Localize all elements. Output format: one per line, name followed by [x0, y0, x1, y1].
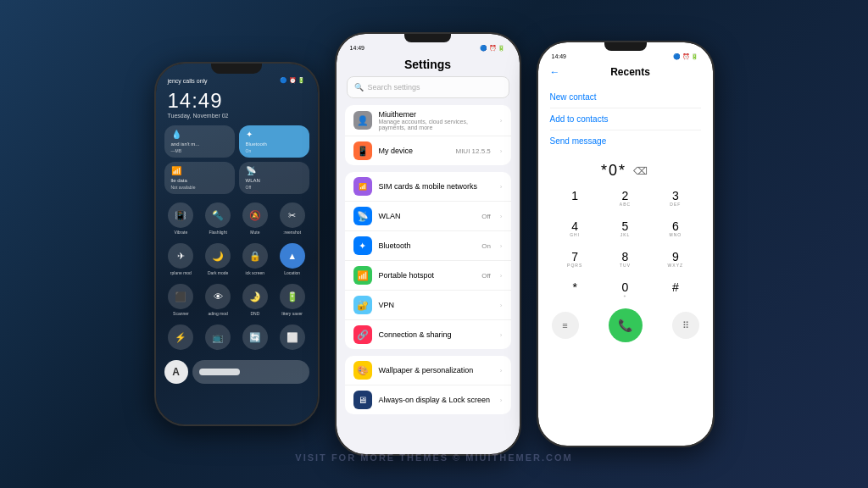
settings-group-network: 📶 SIM cards & mobile networks › 📡 WLAN O… — [345, 172, 511, 349]
status-icons: 🔵 ⏰ 🔋 — [480, 45, 506, 52]
icon-vibrate[interactable]: 📳 Vibrate — [164, 202, 198, 235]
settings-row-vpn[interactable]: 🔐 VPN › — [345, 291, 511, 320]
settings-row-sim[interactable]: 📶 SIM cards & mobile networks › — [345, 172, 511, 202]
icon-rotate[interactable]: 🔄 — [238, 324, 272, 352]
mydevice-text: My device — [379, 147, 449, 155]
icon-battery-saver[interactable]: 🔋 Ittery saver — [275, 284, 309, 316]
dialpad-toggle[interactable]: ⠿ — [672, 312, 699, 339]
menu-button[interactable]: ≡ — [552, 312, 579, 339]
settings-row-aod[interactable]: 🖥 Always-on display & Lock screen › — [345, 385, 511, 414]
key-6[interactable]: 6 MNO — [652, 215, 698, 242]
mydevice-label: My device — [379, 147, 449, 155]
connection-text: Connection & sharing — [379, 330, 493, 339]
search-bar[interactable]: 🔍 Search settings — [347, 76, 509, 98]
recent-add-contact[interactable]: Add to contacts — [550, 108, 701, 130]
icon-flashlight[interactable]: 🔦 Flashlight — [201, 202, 235, 235]
key-5[interactable]: 5 JKL — [602, 215, 648, 242]
icon-mute[interactable]: 🔕 Mute — [238, 202, 272, 235]
miuithemer-icon: 👤 — [353, 111, 372, 130]
avatar-button[interactable]: A — [164, 360, 188, 384]
chevron-icon: › — [500, 147, 503, 155]
icon-reading[interactable]: 👁 ading mod — [201, 284, 235, 316]
scanner-icon: ⬛ — [168, 284, 193, 309]
settings-row-hotspot[interactable]: 📶 Portable hotspot Off › — [345, 261, 511, 291]
chevron-icon: › — [500, 183, 503, 191]
miuithemer-text: Miuithemer Manage accounts, cloud servic… — [379, 110, 493, 130]
status-time: 14:49 — [552, 53, 567, 60]
back-button[interactable]: ← — [550, 66, 560, 78]
key-7[interactable]: 7 PQRS — [552, 246, 598, 273]
phone-settings: 14:49 🔵 ⏰ 🔋 Settings 🔍 Search settings 👤… — [335, 32, 521, 456]
wallpaper-icon: 🎨 — [353, 361, 372, 380]
vpn-label: VPN — [379, 301, 493, 309]
icon-grid-row4: ⚡ 📺 🔄 ⬜ — [156, 321, 318, 355]
key-hash[interactable]: # — [652, 276, 698, 303]
icon-flash[interactable]: ⚡ — [164, 324, 198, 352]
hotspot-icon: 📶 — [353, 266, 372, 285]
icon-grid-row3: ⬛ Scanner 👁 ading mod 🌛 DND 🔋 Ittery sav… — [156, 280, 318, 319]
call-button[interactable]: 📞 — [609, 308, 643, 342]
icon-extra[interactable]: ⬜ — [275, 324, 309, 352]
search-icon: 🔍 — [354, 83, 364, 92]
settings-row-mydevice[interactable]: 📱 My device MIUI 12.5.5 › — [345, 136, 511, 165]
tile-mobile-data[interactable]: 📶 lle data Not available — [164, 162, 235, 194]
mobile-data-icon: 📶 — [171, 166, 228, 175]
icon-scanner[interactable]: ⬛ Scanner — [164, 284, 198, 316]
icon-cast[interactable]: 📺 — [201, 324, 235, 352]
settings-row-bluetooth[interactable]: ✦ Bluetooth On › — [345, 231, 511, 261]
status-left: jency calls only — [168, 78, 208, 84]
screenshot-icon: ✂ — [280, 202, 305, 228]
cast-icon: 📺 — [205, 324, 231, 350]
location-icon: ▲ — [280, 243, 305, 269]
sim-text: SIM cards & mobile networks — [379, 182, 493, 191]
date: Tuesday, November 02 — [168, 113, 306, 119]
icon-lock-screen[interactable]: 🔒 ick screen — [238, 243, 272, 275]
key-3[interactable]: 3 DEF — [652, 185, 698, 212]
bluetooth-label: Bluetooth — [379, 241, 476, 250]
mute-icon: 🔕 — [242, 202, 268, 228]
bluetooth-settings-icon: ✦ — [353, 236, 372, 255]
recent-send-message[interactable]: Send message — [550, 130, 701, 152]
wallpaper-text: Wallpaper & personalization — [379, 366, 493, 374]
icon-dark-mode[interactable]: 🌙 Dark mode — [201, 243, 235, 275]
chevron-icon: › — [500, 213, 503, 220]
status-bar: 14:49 🔵 ⏰ 🔋 — [538, 51, 713, 63]
tile-mobile-sub: Not available — [171, 185, 228, 190]
tile-data-label: and isn't m... — [171, 141, 228, 147]
key-2[interactable]: 2 ABC — [602, 185, 648, 212]
dialer-screen: 14:49 🔵 ⏰ 🔋 ← Recents New contact Add to… — [538, 42, 713, 446]
dialer-input: *0* ⌫ — [538, 155, 713, 185]
dialer-number: *0* — [601, 162, 626, 180]
brightness-slider[interactable] — [192, 360, 309, 384]
tile-bluetooth[interactable]: ✦ Bluetooth On — [239, 125, 309, 158]
key-1[interactable]: 1 — [552, 185, 598, 212]
backspace-button[interactable]: ⌫ — [633, 165, 649, 177]
settings-group-appearance: 🎨 Wallpaper & personalization › 🖥 Always… — [345, 356, 511, 414]
settings-row-wallpaper[interactable]: 🎨 Wallpaper & personalization › — [345, 356, 511, 385]
icon-dnd[interactable]: 🌛 DND — [238, 284, 272, 316]
settings-row-connection[interactable]: 🔗 Connection & sharing › — [345, 320, 511, 349]
chevron-icon: › — [500, 367, 503, 374]
tile-data[interactable]: 💧 and isn't m... —MB — [164, 125, 235, 158]
battery-saver-icon: 🔋 — [280, 284, 305, 309]
bluetooth-icon: ✦ — [246, 130, 303, 139]
aod-label: Always-on display & Lock screen — [379, 396, 493, 404]
key-0[interactable]: 0 + — [602, 276, 648, 303]
aod-icon: 🖥 — [353, 391, 372, 409]
dialer-bottom: ≡ 📞 ⠿ — [538, 303, 713, 346]
settings-row-wlan[interactable]: 📡 WLAN Off › — [345, 202, 511, 231]
icon-location[interactable]: ▲ Location — [275, 243, 309, 275]
icon-airplane[interactable]: ✈ rplane mod — [164, 243, 198, 275]
key-4[interactable]: 4 GHI — [552, 215, 598, 242]
settings-row-miuithemer[interactable]: 👤 Miuithemer Manage accounts, cloud serv… — [345, 105, 511, 136]
dark-mode-icon: 🌙 — [205, 243, 231, 269]
icon-grid-row1: 📳 Vibrate 🔦 Flashlight 🔕 Mute ✂ :reensho… — [156, 199, 318, 238]
key-8[interactable]: 8 TUV — [602, 246, 648, 273]
dnd-icon: 🌛 — [242, 284, 268, 309]
recent-new-contact[interactable]: New contact — [550, 86, 701, 108]
tile-wlan[interactable]: 📡 WLAN Off — [239, 162, 309, 194]
settings-screen: 14:49 🔵 ⏰ 🔋 Settings 🔍 Search settings 👤… — [337, 34, 520, 454]
icon-screenshot[interactable]: ✂ :reenshot — [275, 202, 309, 235]
key-star[interactable]: * — [552, 276, 598, 303]
key-9[interactable]: 9 WXYZ — [652, 246, 698, 273]
